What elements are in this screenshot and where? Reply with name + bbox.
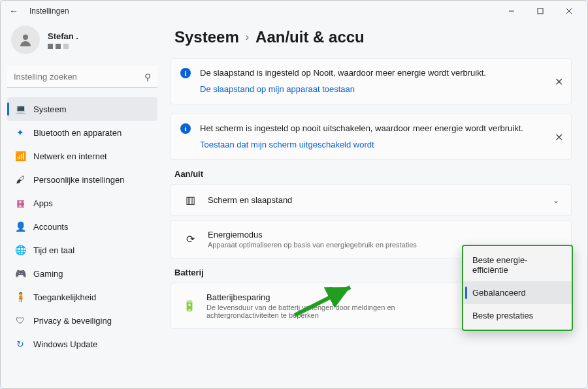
sidebar-item-bluetooth[interactable]: ✦ Bluetooth en apparaten (7, 121, 157, 144)
sidebar-item-time[interactable]: 🌐 Tijd en taal (7, 238, 157, 262)
tip-link-allow-screen-off[interactable]: Toestaan dat mijn scherm uitgeschakeld w… (200, 140, 374, 149)
breadcrumb: Systeem › Aan/uit & accu (174, 28, 572, 46)
settings-window: ← Instellingen Stefan . ⚲ (0, 0, 588, 389)
wifi-icon: 📶 (15, 151, 25, 161)
screen-icon: ▥ (183, 194, 197, 206)
search-input[interactable] (7, 66, 157, 88)
info-icon: i (180, 68, 191, 78)
main-content: Systeem › Aan/uit & accu i De slaapstand… (164, 22, 587, 388)
chevron-right-icon: › (246, 31, 249, 43)
sidebar-item-accounts[interactable]: 👤 Accounts (7, 215, 157, 238)
bluetooth-icon: ✦ (15, 127, 25, 138)
sidebar-item-label: Systeem (33, 104, 67, 114)
profile-block[interactable]: Stefan . (7, 22, 157, 63)
section-label-power: Aan/uit (174, 169, 572, 179)
card-title: Energiemodus (208, 230, 417, 240)
gaming-icon: 🎮 (15, 268, 25, 279)
card-screen-sleep[interactable]: ▥ Scherm en slaapstand ⌄ (171, 184, 572, 216)
avatar (11, 25, 40, 54)
chevron-down-icon: ⌄ (553, 196, 559, 205)
brush-icon: 🖌 (15, 174, 25, 185)
card-subtitle: Apparaat optimaliseren op basis van ener… (208, 241, 417, 249)
minimize-button[interactable] (497, 1, 526, 22)
sidebar-item-label: Netwerk en internet (33, 151, 107, 161)
tip-message: De slaapstand is ingesteld op Nooit, waa… (200, 68, 541, 78)
sidebar-item-gaming[interactable]: 🎮 Gaming (7, 262, 157, 285)
tip-close-button[interactable]: ✕ (555, 75, 563, 87)
card-title: Scherm en slaapstand (208, 195, 292, 205)
tip-message: Het scherm is ingesteld op nooit uitscha… (200, 123, 541, 133)
back-button[interactable]: ← (5, 6, 23, 16)
window-title: Instellingen (29, 7, 69, 16)
sidebar-item-label: Tijd en taal (33, 245, 74, 255)
sidebar-item-label: Gaming (33, 269, 63, 279)
sidebar-item-systeem[interactable]: 💻 Systeem (7, 97, 157, 121)
tip-close-button[interactable]: ✕ (555, 131, 563, 143)
system-icon: 💻 (15, 104, 25, 114)
sidebar-item-label: Privacy & beveiliging (33, 316, 112, 326)
sidebar-item-label: Accounts (33, 222, 68, 232)
dropdown-option-best-performance[interactable]: Beste prestaties (463, 304, 572, 327)
sidebar-item-accessibility[interactable]: 🧍 Toegankelijkheid (7, 285, 157, 309)
sidebar-item-label: Windows Update (33, 339, 97, 349)
tip-screen: i Het scherm is ingesteld op nooit uitsc… (171, 114, 572, 160)
titlebar: ← Instellingen (1, 1, 587, 22)
sidebar-item-label: Bluetooth en apparaten (33, 128, 122, 138)
gauge-icon: ⟳ (183, 233, 197, 245)
account-icon: 👤 (15, 221, 25, 232)
sidebar-item-personalisation[interactable]: 🖌 Persoonlijke instellingen (7, 168, 157, 191)
sidebar: Stefan . ⚲ 💻 Systeem ✦ Bluetooth en appa… (1, 22, 164, 388)
shield-icon: 🛡 (15, 315, 25, 326)
update-icon: ↻ (15, 339, 25, 349)
sidebar-item-label: Persoonlijke instellingen (33, 175, 124, 185)
profile-name: Stefan . (48, 31, 78, 41)
info-icon: i (180, 123, 191, 134)
energy-mode-dropdown[interactable]: Beste energie-efficiëntie Gebalanceerd B… (462, 245, 573, 331)
dropdown-option-balanced[interactable]: Gebalanceerd (463, 281, 572, 304)
search-icon: ⚲ (144, 72, 151, 82)
svg-rect-1 (538, 8, 543, 14)
search-box[interactable]: ⚲ (7, 66, 157, 88)
maximize-button[interactable] (526, 1, 555, 22)
apps-icon: ▦ (15, 198, 25, 208)
tip-link-allow-sleep[interactable]: De slaapstand op mijn apparaat toestaan (200, 84, 355, 94)
sidebar-item-label: Apps (33, 198, 53, 208)
sidebar-item-network[interactable]: 📶 Netwerk en internet (7, 144, 157, 168)
accessibility-icon: 🧍 (15, 292, 25, 302)
close-button[interactable] (555, 1, 583, 22)
card-title: Batterijbesparing (206, 292, 455, 302)
globe-icon: 🌐 (15, 245, 25, 255)
tip-sleep: i De slaapstand is ingesteld op Nooit, w… (171, 58, 572, 104)
card-subtitle: De levensduur van de batterij verlengen … (206, 303, 455, 319)
sidebar-item-apps[interactable]: ▦ Apps (7, 191, 157, 215)
page-title: Aan/uit & accu (255, 28, 365, 46)
nav-list: 💻 Systeem ✦ Bluetooth en apparaten 📶 Net… (7, 97, 157, 356)
sidebar-item-privacy[interactable]: 🛡 Privacy & beveiliging (7, 309, 157, 332)
sidebar-item-label: Toegankelijkheid (33, 292, 96, 302)
dropdown-option-best-efficiency[interactable]: Beste energie-efficiëntie (463, 249, 572, 281)
svg-point-4 (23, 35, 28, 40)
profile-sub-icons (48, 44, 78, 49)
battery-icon: 🔋 (183, 300, 196, 312)
sidebar-item-windows-update[interactable]: ↻ Windows Update (7, 332, 157, 356)
breadcrumb-root[interactable]: Systeem (174, 28, 239, 46)
